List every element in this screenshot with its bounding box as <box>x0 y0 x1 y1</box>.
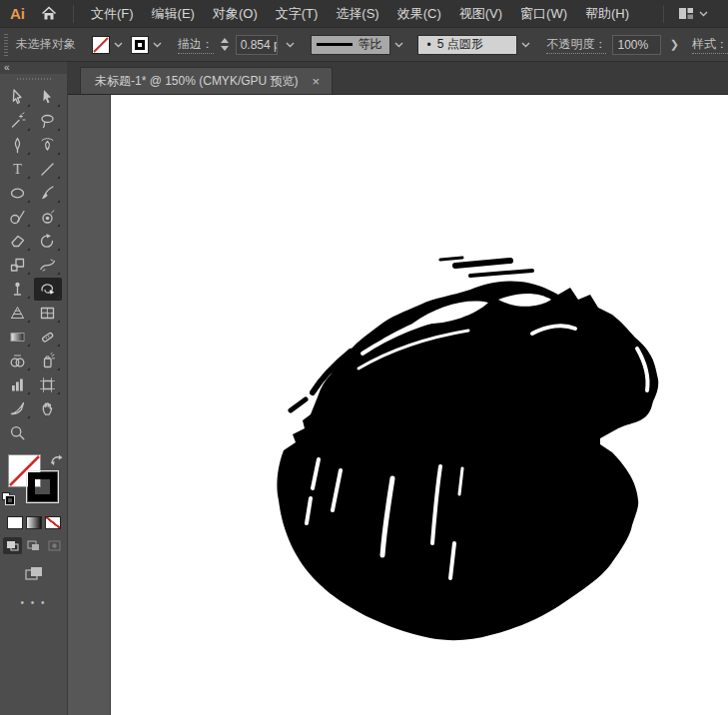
symbol-sprayer-tool-icon <box>39 353 56 369</box>
brush-dot-icon: • <box>426 38 430 52</box>
column-graph-tool-icon <box>9 376 26 393</box>
puppet-warp-tool-icon <box>9 281 26 298</box>
menu-type[interactable]: 文字(T) <box>267 0 328 28</box>
stroke-panel-link[interactable]: 描边： <box>178 36 214 54</box>
menu-object[interactable]: 对象(O) <box>204 0 267 28</box>
menu-file[interactable]: 文件(F) <box>82 0 143 28</box>
magic-wand-tool[interactable] <box>4 110 32 133</box>
blob-brush-tool[interactable] <box>34 206 62 229</box>
type-tool[interactable]: T <box>4 158 32 181</box>
stroke-proxy-swatch[interactable] <box>26 470 59 503</box>
ellipse-tool[interactable] <box>4 182 32 205</box>
line-segment-tool[interactable] <box>34 158 62 181</box>
draw-normal-icon <box>6 540 19 551</box>
control-bar: 未选择对象 描边： 0.854 pt <box>0 28 728 62</box>
color-button[interactable] <box>7 516 23 529</box>
eyedropper-tool-icon <box>39 329 56 346</box>
edit-toolbar-button[interactable]: • • • <box>0 597 67 608</box>
style-panel-link[interactable]: 样式： <box>692 36 728 54</box>
artboard-tool[interactable] <box>34 373 62 396</box>
home-button[interactable] <box>33 6 65 21</box>
close-tab-button[interactable]: × <box>311 74 323 89</box>
pen-tool-icon <box>9 137 26 154</box>
slice-tool[interactable] <box>4 397 32 420</box>
artboard[interactable] <box>110 95 728 715</box>
draw-behind-icon <box>27 540 40 551</box>
rotate-view-tool-icon <box>39 281 56 298</box>
stroke-profile-select[interactable]: 等比 <box>311 35 390 55</box>
menu-window[interactable]: 窗口(W) <box>511 0 576 28</box>
default-fill-stroke-button[interactable] <box>2 492 18 508</box>
mesh-tool-icon <box>39 305 56 322</box>
zoom-tool[interactable] <box>4 421 32 444</box>
change-screen-mode-button[interactable] <box>0 566 67 581</box>
draw-behind-button[interactable] <box>24 537 43 554</box>
curvature-tool[interactable] <box>34 134 62 157</box>
menu-help[interactable]: 帮助(H) <box>576 0 638 28</box>
stroke-weight-stepper[interactable] <box>220 38 230 51</box>
shaper-tool-icon <box>9 209 26 226</box>
direct-selection-tool[interactable] <box>34 86 62 109</box>
perspective-grid-tool[interactable] <box>4 302 32 325</box>
tool-grid-spacer <box>34 421 62 444</box>
collapse-panel-button[interactable]: « <box>4 63 10 73</box>
screen-mode-icon <box>25 566 43 581</box>
paintbrush-tool[interactable] <box>34 182 62 205</box>
shape-builder-tool[interactable] <box>4 350 32 372</box>
mini-stroke-icon <box>6 496 14 504</box>
column-graph-tool[interactable] <box>4 373 32 396</box>
puppet-warp-tool[interactable] <box>4 278 32 301</box>
rotate-tool[interactable] <box>34 230 62 253</box>
document-tab[interactable]: 未标题-1* @ 150% (CMYK/GPU 预览) × <box>80 67 333 94</box>
arrange-documents-button[interactable] <box>672 7 714 20</box>
draw-normal-button[interactable] <box>3 537 22 554</box>
symbol-sprayer-tool[interactable] <box>34 350 62 372</box>
hand-tool[interactable] <box>34 397 62 420</box>
stroke-weight-input[interactable]: 0.854 pt <box>236 35 279 55</box>
opacity-more-button[interactable]: ❯ <box>667 38 682 51</box>
brush-definition-select[interactable]: • 5 点圆形 <box>417 35 517 55</box>
eyedropper-tool[interactable] <box>34 326 62 349</box>
pen-tool[interactable] <box>4 134 32 157</box>
none-button[interactable] <box>45 516 61 529</box>
gradient-button[interactable] <box>26 516 42 529</box>
opacity-panel-link[interactable]: 不透明度： <box>546 36 606 54</box>
lasso-tool[interactable] <box>34 110 62 133</box>
stepper-up-icon <box>221 38 229 43</box>
swap-fill-stroke-button[interactable] <box>50 454 63 469</box>
selection-tool[interactable] <box>4 86 32 109</box>
stroke-profile-dropdown[interactable] <box>392 40 405 50</box>
control-bar-grip[interactable] <box>4 34 8 56</box>
width-tool-icon <box>39 257 56 274</box>
eagle-artwork[interactable] <box>263 248 682 647</box>
draw-inside-button[interactable] <box>45 537 64 554</box>
stroke-dropdown-button[interactable] <box>151 40 164 50</box>
fill-dropdown-button[interactable] <box>112 40 125 50</box>
canvas-pasteboard[interactable] <box>68 95 728 715</box>
tools-panel-grip[interactable] <box>0 74 67 84</box>
chevron-down-icon <box>153 42 162 48</box>
gradient-tool[interactable] <box>4 326 32 349</box>
menu-edit[interactable]: 编辑(E) <box>143 0 204 28</box>
chevron-down-icon <box>114 42 123 48</box>
selection-status: 未选择对象 <box>16 36 76 53</box>
menu-separator <box>663 5 664 23</box>
menu-view[interactable]: 视图(V) <box>450 0 511 28</box>
svg-text:T: T <box>13 162 22 177</box>
eraser-tool[interactable] <box>4 230 32 253</box>
chevron-down-icon <box>521 42 530 48</box>
stroke-color-swatch[interactable] <box>131 36 149 54</box>
width-tool[interactable] <box>34 254 62 277</box>
mesh-tool[interactable] <box>34 302 62 325</box>
fill-color-swatch[interactable] <box>92 36 110 54</box>
stroke-ring-icon <box>28 472 57 501</box>
shaper-tool[interactable] <box>4 206 32 229</box>
workspace: « <box>0 62 728 715</box>
scale-tool[interactable] <box>4 254 32 277</box>
opacity-input[interactable]: 100% <box>612 35 660 55</box>
menu-effect[interactable]: 效果(C) <box>388 0 450 28</box>
menu-select[interactable]: 选择(S) <box>327 0 387 28</box>
brush-dropdown[interactable] <box>519 40 532 50</box>
rotate-view-tool[interactable] <box>34 278 62 301</box>
stroke-weight-dropdown[interactable] <box>284 40 297 50</box>
